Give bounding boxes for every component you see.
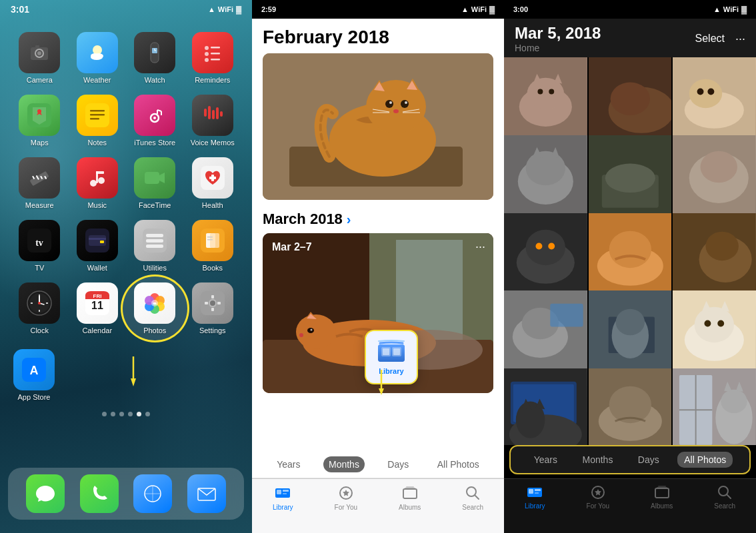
photo-cell-1[interactable] bbox=[504, 57, 587, 141]
photo-cell-3[interactable] bbox=[673, 57, 756, 141]
photo-cell-10[interactable] bbox=[504, 290, 587, 374]
more-options-btn[interactable]: ··· bbox=[475, 240, 485, 254]
search-tab-icon-3 bbox=[717, 484, 733, 500]
app-photos-highlighted[interactable]: Photos bbox=[129, 282, 181, 334]
wallet-icon-bg bbox=[77, 220, 118, 261]
app-utilities[interactable]: Utilities bbox=[129, 220, 181, 272]
select-button[interactable]: Select bbox=[695, 33, 725, 45]
seg-days-2[interactable]: Days bbox=[382, 456, 414, 472]
svg-rect-57 bbox=[146, 239, 163, 243]
status-bar-3: 3:00 ▲ WiFi ▓ bbox=[504, 0, 756, 19]
photo-cell-4[interactable] bbox=[504, 135, 587, 219]
app-voicememos[interactable]: Voice Memos bbox=[187, 95, 239, 147]
seg-days-3[interactable]: Days bbox=[631, 452, 666, 468]
tab-search-3[interactable]: Search bbox=[714, 484, 735, 510]
tab-bar-3: Library For You Albums bbox=[504, 478, 756, 533]
tab-albums-2[interactable]: Albums bbox=[399, 484, 421, 511]
svg-rect-142 bbox=[283, 490, 289, 492]
svg-line-230 bbox=[727, 494, 731, 498]
photo-cell-5[interactable] bbox=[589, 135, 672, 219]
app-itunes[interactable]: iTunes Store bbox=[129, 95, 181, 147]
app-maps[interactable]: Maps bbox=[13, 95, 66, 147]
dock-messages[interactable] bbox=[26, 474, 65, 513]
march-header: March 2018 › bbox=[252, 200, 504, 233]
app-clock[interactable]: Clock bbox=[13, 282, 66, 334]
foryou-tab-label: For You bbox=[335, 504, 357, 511]
photo-cell-9[interactable] bbox=[673, 213, 756, 296]
app-camera[interactable]: Camera bbox=[13, 32, 66, 84]
svg-point-14 bbox=[205, 58, 209, 62]
photo-cell-14[interactable] bbox=[589, 368, 672, 445]
tab-library-2[interactable]: Library bbox=[273, 484, 293, 511]
photo-cell-2[interactable] bbox=[589, 57, 672, 141]
svg-rect-147 bbox=[406, 486, 414, 488]
app-settings[interactable]: Settings bbox=[187, 282, 239, 334]
svg-text:11: 11 bbox=[91, 300, 103, 311]
signal-icon: ▲ bbox=[208, 5, 215, 13]
photo-cell-7[interactable] bbox=[504, 213, 587, 296]
app-books[interactable]: Books bbox=[187, 220, 239, 272]
svg-rect-89 bbox=[211, 308, 214, 311]
tab-albums-3[interactable]: Albums bbox=[651, 484, 673, 510]
photo-cell-12[interactable] bbox=[673, 290, 756, 374]
seg-allphotos-3[interactable]: All Photos bbox=[677, 452, 733, 468]
svg-point-163 bbox=[697, 88, 704, 95]
svg-marker-45 bbox=[159, 173, 165, 183]
svg-point-2 bbox=[37, 51, 41, 55]
app-facetime[interactable]: FaceTime bbox=[129, 157, 181, 209]
more-options-button[interactable]: ··· bbox=[735, 32, 745, 46]
app-measure[interactable]: Measure bbox=[13, 157, 66, 209]
voicememos-label: Voice Memos bbox=[191, 139, 235, 147]
tab-search-2[interactable]: Search bbox=[462, 484, 483, 511]
tv-label: TV bbox=[35, 264, 44, 272]
svg-rect-91 bbox=[217, 302, 221, 304]
app-notes[interactable]: Notes bbox=[71, 95, 124, 147]
photo-cell-6[interactable] bbox=[673, 135, 756, 219]
march-chevron-icon[interactable]: › bbox=[347, 212, 351, 227]
app-tv[interactable]: tv TV bbox=[13, 220, 66, 272]
app-appstore[interactable]: A App Store bbox=[13, 349, 55, 401]
photo-grid bbox=[504, 57, 756, 445]
svg-point-156 bbox=[549, 89, 554, 94]
library-tab-label: Library bbox=[273, 504, 293, 511]
seg-allphotos-2[interactable]: All Photos bbox=[432, 456, 485, 472]
seg-years-3[interactable]: Years bbox=[527, 452, 564, 468]
app-music[interactable]: Music bbox=[71, 157, 124, 209]
march-date: Mar 2–7 bbox=[272, 241, 312, 253]
photo-cell-11[interactable] bbox=[589, 290, 672, 374]
photos-header-3: Mar 5, 2018 Home Select ··· bbox=[504, 19, 756, 57]
seg-months-3[interactable]: Months bbox=[575, 452, 619, 468]
photo-cell-13[interactable] bbox=[504, 368, 587, 445]
photo-cell-8[interactable] bbox=[589, 213, 672, 296]
books-icon-bg bbox=[192, 220, 233, 261]
svg-rect-17 bbox=[211, 59, 220, 61]
dock-safari[interactable] bbox=[133, 474, 172, 513]
dock-mail[interactable] bbox=[187, 474, 226, 513]
svg-point-4 bbox=[93, 45, 102, 55]
app-reminders[interactable]: Reminders bbox=[187, 32, 239, 84]
seg-months-2[interactable]: Months bbox=[323, 456, 365, 472]
status-icons-1: ▲ WiFi ▓ bbox=[208, 5, 241, 13]
tab-foryou-3[interactable]: For You bbox=[587, 484, 609, 510]
photos-scroll-content[interactable]: February 2018 bbox=[252, 19, 504, 451]
app-calendar[interactable]: FRI 11 Calendar bbox=[71, 282, 124, 334]
february-title: February 2018 bbox=[263, 27, 493, 48]
svg-rect-54 bbox=[100, 241, 104, 243]
svg-rect-33 bbox=[216, 107, 219, 119]
photo-cell-15[interactable] bbox=[673, 368, 756, 445]
seg-years-2[interactable]: Years bbox=[271, 456, 305, 472]
app-weather[interactable]: Weather bbox=[71, 32, 124, 84]
utilities-label: Utilities bbox=[143, 264, 167, 272]
tab-foryou-2[interactable]: For You bbox=[335, 484, 357, 511]
app-grid: Camera Weather bbox=[0, 21, 252, 345]
app-health[interactable]: Health bbox=[187, 157, 239, 209]
february-photo[interactable] bbox=[263, 53, 493, 200]
svg-point-186 bbox=[706, 231, 739, 261]
dock-phone[interactable] bbox=[80, 474, 119, 513]
app-watch[interactable]: Watch bbox=[129, 32, 181, 84]
itunes-icon-bg bbox=[134, 95, 175, 136]
library-popup[interactable]: Library bbox=[365, 330, 418, 384]
app-wallet[interactable]: Wallet bbox=[71, 220, 124, 272]
svg-point-175 bbox=[701, 151, 737, 183]
tab-library-3[interactable]: Library bbox=[525, 484, 545, 510]
